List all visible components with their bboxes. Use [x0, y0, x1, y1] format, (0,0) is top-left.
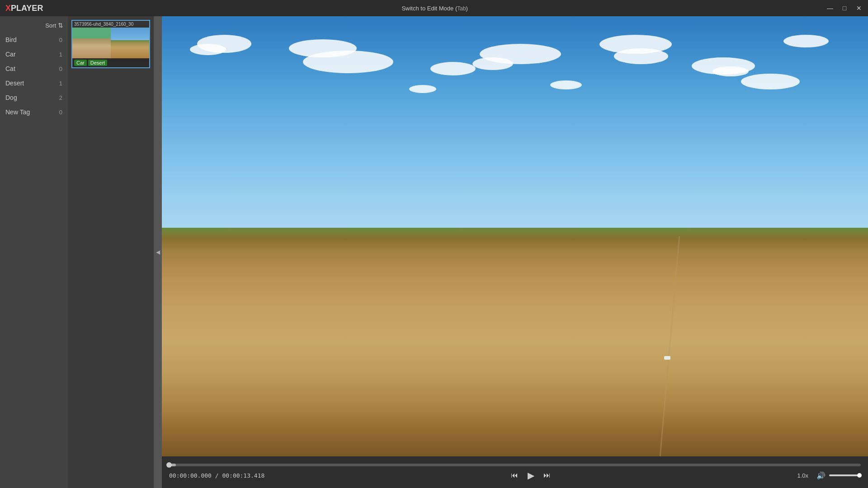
maximize-button[interactable]: □ [841, 5, 848, 12]
clouds-layer [162, 16, 868, 245]
logo-x: X [5, 4, 11, 13]
car-dot [664, 356, 670, 360]
collapse-panel-button[interactable]: ◀ [154, 16, 162, 488]
titlebar-right: — □ ✕ [826, 5, 863, 12]
thumb-title: 3573956-uhd_3840_2160_30 [72, 21, 149, 28]
thumb-images [72, 28, 149, 58]
sidebar-item-new-tag[interactable]: New Tag 0 [0, 105, 68, 119]
titlebar-center: Switch to Edit Mode (Tab) [43, 5, 826, 12]
tag-count-bird: 0 [59, 37, 62, 43]
tag-label-bird: Bird [5, 36, 17, 43]
thumb-frame-2 [111, 28, 149, 58]
tag-count-new-tag: 0 [59, 109, 62, 116]
forward-button[interactable]: ⏭ [542, 470, 552, 481]
sort-icon: ⇅ [58, 22, 63, 29]
video-panel: 00:00:00.000 / 00:00:13.418 ⏮ ▶ ⏭ 1.0x 🔊 [162, 16, 868, 488]
tag-label-new-tag: New Tag [5, 108, 30, 116]
tag-label-desert: Desert [5, 80, 24, 87]
sort-button[interactable]: Sort ⇅ [0, 20, 68, 33]
sidebar: Sort ⇅ Bird 0 Car 1 Cat 0 Desert 1 Dog 2… [0, 16, 68, 488]
volume-container: 🔊 [816, 470, 861, 481]
thumb-frame-1 [72, 28, 111, 58]
volume-icon[interactable]: 🔊 [816, 470, 826, 481]
logo-player: PLAYER [11, 4, 43, 13]
volume-fill [829, 474, 858, 476]
total-time: 00:00:13.418 [222, 472, 264, 479]
time-separator: / [212, 472, 222, 479]
media-panel: 3573956-uhd_3840_2160_30 Car Desert [68, 16, 154, 488]
ground-layer [162, 228, 868, 456]
right-controls: 1.0x 🔊 [797, 470, 861, 481]
sidebar-item-bird[interactable]: Bird 0 [0, 33, 68, 47]
close-button[interactable]: ✕ [855, 5, 863, 12]
tag-label-dog: Dog [5, 94, 17, 101]
tag-count-desert: 1 [59, 80, 62, 87]
rewind-button[interactable]: ⏮ [509, 470, 520, 481]
video-viewport[interactable] [162, 16, 868, 456]
controls-row: 00:00:00.000 / 00:00:13.418 ⏮ ▶ ⏭ 1.0x 🔊 [169, 470, 861, 481]
thumb-tag-car: Car [74, 60, 87, 66]
titlebar-left: XPLAYER [5, 4, 43, 13]
video-controls: 00:00:00.000 / 00:00:13.418 ⏮ ▶ ⏭ 1.0x 🔊 [162, 456, 868, 488]
switch-edit-label[interactable]: Switch to Edit Mode (Tab) [401, 5, 468, 12]
sidebar-item-dog[interactable]: Dog 2 [0, 90, 68, 105]
main-content: Sort ⇅ Bird 0 Car 1 Cat 0 Desert 1 Dog 2… [0, 16, 868, 488]
sidebar-item-car[interactable]: Car 1 [0, 47, 68, 61]
current-time: 00:00:00.000 [169, 472, 212, 479]
tag-label-cat: Cat [5, 65, 15, 72]
tag-count-cat: 0 [59, 66, 62, 72]
thumb-tags: Car Desert [72, 58, 149, 67]
minimize-button[interactable]: — [826, 5, 834, 12]
sidebar-item-cat[interactable]: Cat 0 [0, 61, 68, 76]
media-thumbnail[interactable]: 3573956-uhd_3840_2160_30 Car Desert [71, 20, 150, 68]
play-button[interactable]: ▶ [525, 470, 536, 481]
time-display: 00:00:00.000 / 00:00:13.418 [169, 472, 264, 479]
collapse-icon: ◀ [156, 249, 160, 255]
progress-thumb[interactable] [166, 462, 172, 468]
tag-label-car: Car [5, 51, 16, 58]
progress-bar[interactable] [169, 464, 861, 466]
desert-scene [162, 16, 868, 456]
volume-bar[interactable] [829, 474, 861, 476]
app-logo: XPLAYER [5, 4, 43, 13]
volume-thumb[interactable] [857, 473, 862, 478]
tag-count-dog: 2 [59, 94, 62, 101]
speed-control[interactable]: 1.0x [797, 472, 808, 479]
titlebar: XPLAYER Switch to Edit Mode (Tab) — □ ✕ [0, 0, 868, 16]
tag-count-car: 1 [59, 51, 62, 58]
sidebar-item-desert[interactable]: Desert 1 [0, 76, 68, 90]
playback-controls: ⏮ ▶ ⏭ [509, 470, 552, 481]
thumb-tag-desert: Desert [88, 60, 107, 66]
